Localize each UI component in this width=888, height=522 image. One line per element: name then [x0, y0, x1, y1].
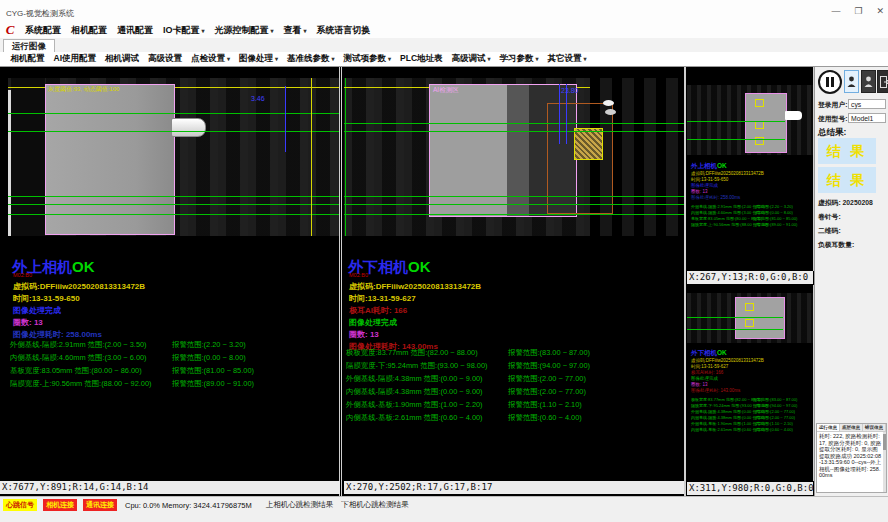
- chevron-down-icon: ▾: [536, 56, 539, 62]
- model-field[interactable]: Model1: [848, 113, 886, 123]
- login-user-field[interactable]: cys: [848, 99, 886, 109]
- toolbar-item[interactable]: 学习参数▾: [495, 53, 543, 65]
- menu-item[interactable]: 系统语言切换: [312, 24, 376, 37]
- middle-camera-image[interactable]: AI检测区 23.80: [344, 78, 684, 236]
- menu-item[interactable]: 通讯配置: [112, 24, 158, 37]
- toolbar-item-label: 测试项参数: [344, 53, 387, 63]
- pause-button[interactable]: [818, 70, 842, 94]
- toolbar-item[interactable]: PLC地址表: [396, 53, 448, 65]
- info-line: 时间:13-31-59-650: [13, 293, 145, 305]
- info-line: 图像处理完成: [13, 305, 145, 317]
- chevron-down-icon: ▾: [488, 56, 491, 62]
- toolbar-item[interactable]: 测试项参数▾: [339, 53, 396, 65]
- toolbar-item-label: 其它设置: [548, 53, 582, 63]
- operator-button[interactable]: [861, 70, 876, 93]
- info-line: 圈数: 13: [13, 317, 145, 329]
- sidebar: 登录用户: cys 使用型号: Model1 总结果: 结 果 结 果 虚拟码:…: [814, 67, 888, 496]
- close-button[interactable]: ✕: [876, 6, 884, 16]
- measurement-row: 内侧基线-基板:2.61mm 范围:(0.60 ~ 4.00)报警范围:(0.6…: [346, 413, 679, 426]
- info-tab-lowlevel[interactable]: 底层信息: [840, 424, 863, 431]
- info-line: 图像处理完成: [349, 317, 481, 329]
- measure-yellow-line: [311, 78, 312, 236]
- toolbar-item-label: 相机调试: [105, 53, 139, 63]
- middle-panel-statusbar: X:270,Y:2502;R:17,G:17,B:17: [344, 481, 684, 494]
- menu-item-label: IO卡配置: [163, 25, 200, 35]
- cpu-memory-text: Cpu: 0.0% Memory: 3424.41796875M: [125, 501, 252, 510]
- minimize-button[interactable]: —: [831, 6, 840, 16]
- middle-camera-panel: AI检测区 23.80 外下相机OK M02:B0 虚拟码:DFFiii: [344, 67, 685, 496]
- ai-region-label: AI检测区: [433, 86, 459, 95]
- window-title: CYG-视觉检测系统: [6, 8, 74, 19]
- chevron-down-icon: ▾: [271, 28, 274, 34]
- alarm-range: 报警范围:(2.20 ~ 3.20): [172, 340, 246, 350]
- menubar: C 系统配置相机配置通讯配置IO卡配置▾光源控制配置▾查看▾系统语言切换: [0, 22, 888, 38]
- menu-item[interactable]: 系统配置: [20, 24, 66, 37]
- measure-blue-line: [285, 86, 286, 152]
- toolbar-item[interactable]: 高级设置: [144, 53, 187, 65]
- titlebar: CYG-视觉检测系统 — ❐ ✕: [0, 0, 888, 23]
- menu-item[interactable]: 查看▾: [279, 24, 312, 37]
- info-tab-error[interactable]: 错误信息: [863, 424, 886, 431]
- maximize-button[interactable]: ❐: [854, 6, 862, 16]
- toolbar-item[interactable]: AI使用配置: [49, 53, 101, 65]
- model-label: 使用型号:: [818, 114, 847, 124]
- user-button[interactable]: [844, 70, 859, 93]
- app-statusbar: 心跳信号 相机连接 通讯连接 Cpu: 0.0% Memory: 3424.41…: [0, 496, 888, 522]
- alarm-range: 报警范围:(94.00 ~ 97.00): [508, 361, 590, 371]
- toolbar-item[interactable]: 高级调试▾: [447, 53, 495, 65]
- toolbar-item[interactable]: 图像处理▾: [235, 53, 283, 65]
- toolbar-item[interactable]: 点检设置▾: [187, 53, 235, 65]
- toolbar-item[interactable]: 相机配置: [6, 53, 49, 65]
- app-logo-icon: C: [0, 23, 20, 37]
- exit-button[interactable]: [877, 70, 888, 93]
- tab-strip: 运行图像: [0, 38, 888, 53]
- ok-badge: OK: [72, 258, 95, 275]
- left-camera-image[interactable]: 灰度阈值:93, 动态阈值:100 3.46: [8, 78, 339, 236]
- mini-camera-title: 外上相机OK: [691, 162, 768, 171]
- toolbar-item-label: PLC地址表: [400, 53, 443, 63]
- threshold-label: 灰度阈值:93, 动态阈值:100: [48, 85, 119, 94]
- info-line: 时间:13-31-59-627: [349, 293, 481, 305]
- lower-camera-heartbeat-text: 下相机心跳检测结果: [341, 500, 409, 510]
- toolbar-item[interactable]: 相机调试: [101, 53, 144, 65]
- upper-camera-heartbeat-text: 上相机心跳检测结果: [266, 500, 334, 510]
- mini-connector: [785, 111, 802, 120]
- toolbar-item-label: AI使用配置: [54, 53, 97, 63]
- roi-yellow-box: [574, 128, 603, 160]
- info-line: 圈数: 13: [349, 329, 481, 341]
- camera-connect-badge: 相机连接: [43, 499, 77, 511]
- info-tab-run[interactable]: 运行信息: [817, 424, 840, 431]
- info-line: 虚拟码:DFFiiiw2025020813313472B: [349, 281, 481, 293]
- main-area: 灰度阈值:93, 动态阈值:100 3.46 外上相机OK M02:B0 虚拟码…: [0, 67, 888, 496]
- measurement-row: 极板宽度:83.77mm 范围:(82.00 ~ 88.00)报警范围:(83.…: [346, 348, 679, 361]
- measure-value-label: 3.46: [251, 95, 265, 102]
- measure-blue-line: [559, 84, 560, 144]
- exit-door-icon: [880, 76, 888, 88]
- thumbnail-lower-camera[interactable]: 外下相机OK 虚拟码:DFFiiiw2025020813313472B时间:13…: [687, 285, 814, 481]
- menu-item[interactable]: 光源控制配置▾: [210, 24, 279, 37]
- info-line: 虚拟码:DFFiiiw2025020813313472B: [13, 281, 145, 293]
- login-user-label: 登录用户:: [818, 100, 847, 110]
- chevron-down-icon: ▾: [275, 56, 278, 62]
- menu-item[interactable]: IO卡配置▾: [158, 24, 210, 37]
- alarm-range: 报警范围:(2.00 ~ 77.00): [508, 387, 586, 397]
- toolbar-item[interactable]: 基准线参数▾: [283, 53, 340, 65]
- runtime-info-text: 耗时: 222, 胶路检测耗时: 17, 胶路分类耗时: 0, 胶路提取分区耗时…: [817, 432, 886, 480]
- toolbar-item[interactable]: 其它设置▾: [543, 53, 591, 65]
- mini-electrode-box: [745, 93, 787, 153]
- tab-run-image[interactable]: 运行图像: [3, 39, 55, 52]
- info-line: 极耳AI耗时: 166: [349, 305, 481, 317]
- sidebar-field: 负极耳数量:: [818, 238, 873, 252]
- measurement-value: 内侧基线-隔膜:4.60mm 范围:(3.00 ~ 6.00): [10, 353, 147, 362]
- alarm-range: 报警范围:(0.60 ~ 4.00): [508, 413, 582, 423]
- comm-connect-badge: 通讯连接: [83, 499, 117, 511]
- operator-icon: [864, 76, 873, 88]
- measurement-row: 隔膜宽度-下:95.24mm 范围:(93.00 ~ 98.00)报警范围:(9…: [346, 361, 679, 374]
- measurement-value: 内侧基线-基板:2.61mm 范围:(0.60 ~ 4.00): [346, 413, 483, 422]
- info-scrollbar[interactable]: [883, 432, 886, 492]
- chevron-down-icon: ▾: [227, 56, 230, 62]
- thumbnail-upper-camera[interactable]: 外上相机OK 虚拟码:DFFiiiw2025020813313472B时间:13…: [687, 67, 814, 271]
- measurement-value: 基板宽度:83.05mm 范围:(80.00 ~ 86.00): [10, 366, 142, 375]
- highlight-spot: [603, 100, 614, 106]
- menu-item[interactable]: 相机配置: [66, 24, 112, 37]
